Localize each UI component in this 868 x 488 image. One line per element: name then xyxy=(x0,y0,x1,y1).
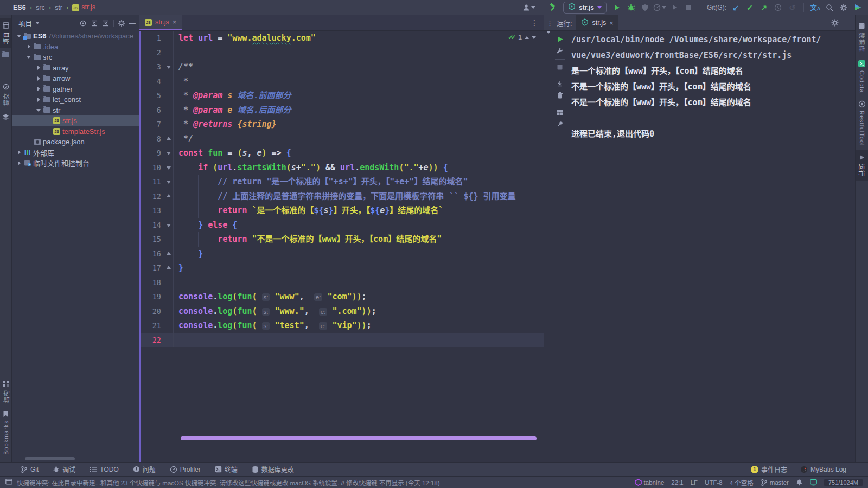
hide-button[interactable]: — xyxy=(129,20,136,27)
code-line-2[interactable]: 2 xyxy=(141,46,544,60)
tree-chevron-icon[interactable] xyxy=(35,98,42,102)
code-line-5[interactable]: 5 * @param s 域名.前面部分 xyxy=(141,88,544,103)
line-number[interactable]: 14 xyxy=(141,218,164,233)
editor-tab-strjs[interactable]: JS str.js × xyxy=(139,15,182,30)
code-line-10[interactable]: 10 if (url.startsWith(s+".") && url.ends… xyxy=(141,160,544,175)
line-number[interactable]: 9 xyxy=(141,146,164,160)
code-line-17[interactable]: 17} xyxy=(141,261,544,275)
stripe-project[interactable]: 项目 xyxy=(0,18,11,48)
toolwindow-problems[interactable]: 问题 xyxy=(133,465,156,474)
tree-chevron-icon[interactable] xyxy=(35,66,42,70)
line-number[interactable]: 1 xyxy=(141,31,164,46)
build-button[interactable] xyxy=(547,1,559,14)
code-line-12[interactable]: 12 // 上面注释的是普通字符串拼接的变量，下面是用模板字符串 `` ${} … xyxy=(141,189,544,204)
stripe-commit[interactable]: 提交 xyxy=(0,80,11,110)
toolwindow-profiler[interactable]: Profiler xyxy=(170,465,201,474)
status-indent[interactable]: 4 个空格 xyxy=(730,478,754,487)
stripe-run[interactable]: 运行 xyxy=(856,150,868,181)
code-text[interactable]: console.log(fun( s: "www.", e: ".com")); xyxy=(174,304,544,319)
code-text[interactable]: */ xyxy=(174,132,544,146)
clear-console-button[interactable] xyxy=(557,92,564,99)
status-tabnine[interactable]: tabnine xyxy=(635,479,665,486)
code-line-14[interactable]: 14 } else { xyxy=(141,218,544,233)
code-text[interactable]: // 上面注释的是普通字符串拼接的变量，下面是用模板字符串 `` ${} 引用变… xyxy=(174,189,544,204)
code-text[interactable]: } xyxy=(174,261,544,275)
code-line-15[interactable]: 15 return "不是一个标准的【www】开头，【com】结尾的域名" xyxy=(141,232,544,247)
code-text[interactable]: return "不是一个标准的【www】开头，【com】结尾的域名" xyxy=(174,232,544,247)
toolwindow-debug[interactable]: 调试 xyxy=(53,465,75,474)
git-history-button[interactable] xyxy=(772,1,784,14)
stop-button[interactable] xyxy=(557,64,563,70)
translate-button[interactable]: 文A xyxy=(809,1,821,14)
line-number[interactable]: 5 xyxy=(141,88,164,103)
code-text[interactable]: if (url.startsWith(s+".") && url.endsWit… xyxy=(174,160,544,175)
status-encoding[interactable]: UTF-8 xyxy=(705,479,723,486)
collapseall-button[interactable] xyxy=(102,20,110,27)
status-message-area[interactable]: 快捷键冲突: 在此目录中新建...和其他 23 个快捷键与 macOS 快捷键冲… xyxy=(5,478,440,487)
code-text[interactable]: } else { xyxy=(174,218,544,233)
fold-marker-icon[interactable] xyxy=(164,60,174,74)
code-text[interactable]: const fun = (s, e) => { xyxy=(174,146,544,160)
tree-chevron-icon[interactable] xyxy=(35,109,42,112)
line-number[interactable]: 7 xyxy=(141,117,164,132)
line-number[interactable]: 4 xyxy=(141,74,164,89)
code-text[interactable] xyxy=(174,46,544,60)
line-number[interactable]: 6 xyxy=(141,103,164,118)
fold-marker-icon[interactable] xyxy=(164,160,174,175)
code-text[interactable]: /** xyxy=(174,60,544,74)
code-text[interactable]: // return "是一个标准的【"+s+"】开头，【"+e+"】结尾的域名" xyxy=(174,175,544,189)
search-everywhere-button[interactable] xyxy=(824,1,835,14)
status-git-branch[interactable]: master xyxy=(761,479,789,486)
line-number[interactable]: 15 xyxy=(141,232,164,247)
status-notifications[interactable] xyxy=(796,479,803,486)
line-number[interactable]: 13 xyxy=(141,203,164,218)
tree-item-src[interactable]: src xyxy=(12,52,139,63)
toolwindow-terminal[interactable]: 终端 xyxy=(215,465,238,474)
code-text[interactable]: * @param s 域名.前面部分 xyxy=(174,88,544,103)
code-text[interactable]: return `是一个标准的【${s}】开头，【${e}】结尾的域名` xyxy=(174,203,544,218)
code-line-21[interactable]: 21console.log(fun( s: "test", e: "vip"))… xyxy=(141,318,544,333)
status-line-ending[interactable]: LF xyxy=(691,479,698,486)
code-line-18[interactable]: 18 xyxy=(141,275,544,290)
stripe-bookmarks[interactable]: Bookmarks xyxy=(0,407,11,459)
gear-button[interactable] xyxy=(118,20,125,27)
tree-chevron-icon[interactable] xyxy=(25,44,33,49)
code-line-9[interactable]: 9const fun = (s, e) => { xyxy=(141,146,544,160)
code-text[interactable]: console.log(fun( s: "www", e: "com")); xyxy=(174,290,544,304)
code-line-20[interactable]: 20console.log(fun( s: "www.", e: ".com")… xyxy=(141,304,544,319)
status-caret-position[interactable]: 22:1 xyxy=(671,479,683,486)
run-config-selector[interactable]: str.js xyxy=(563,2,607,14)
line-number[interactable]: 22 xyxy=(141,333,164,348)
status-screen-share[interactable] xyxy=(810,479,817,486)
run-settings-gear-icon[interactable] xyxy=(831,19,839,27)
code-line-19[interactable]: 19console.log(fun( s: "www", e: "com")); xyxy=(141,290,544,304)
fold-marker-icon[interactable] xyxy=(164,175,174,189)
git-commit-button[interactable]: ✓ xyxy=(744,1,756,14)
fold-marker-icon[interactable] xyxy=(164,189,174,204)
line-number[interactable]: 17 xyxy=(141,261,164,275)
chevron-down-icon[interactable] xyxy=(35,22,40,24)
line-number[interactable]: 18 xyxy=(141,275,164,290)
tree-item-array[interactable]: array xyxy=(12,63,139,74)
tree-chevron-icon[interactable] xyxy=(15,35,23,37)
toolwindow-db-changes[interactable]: 数据库更改 xyxy=(252,465,294,474)
code-line-13[interactable]: 13 return `是一个标准的【${s}】开头，【${e}】结尾的域名` xyxy=(141,203,544,218)
code-text[interactable]: * @param e 域名.后面部分 xyxy=(174,103,544,118)
tree-item-临时文件和控制台[interactable]: 临时文件和控制台 xyxy=(12,158,139,169)
line-number[interactable]: 3 xyxy=(141,60,164,74)
code-text[interactable]: * xyxy=(174,74,544,89)
tree-item-.idea[interactable]: .idea xyxy=(12,42,139,53)
tree-item-let_const[interactable]: let_const xyxy=(12,94,139,105)
tree-chevron-icon[interactable] xyxy=(15,161,23,165)
pin-button[interactable] xyxy=(557,120,564,127)
tree-item-外部库[interactable]: 外部库 xyxy=(12,147,139,158)
rerun-button[interactable] xyxy=(557,36,564,43)
code-line-8[interactable]: 8 */ xyxy=(141,132,544,146)
stripe-codota[interactable]: Codota xyxy=(856,56,868,97)
ide-logo-button[interactable] xyxy=(852,1,864,14)
run-secondary-button[interactable] xyxy=(668,1,680,14)
breadcrumb-item[interactable]: ES6 xyxy=(13,4,26,11)
user-menu-button[interactable] xyxy=(522,1,535,14)
line-number[interactable]: 19 xyxy=(141,290,164,304)
stripe-structure[interactable]: 结构 xyxy=(0,377,11,407)
